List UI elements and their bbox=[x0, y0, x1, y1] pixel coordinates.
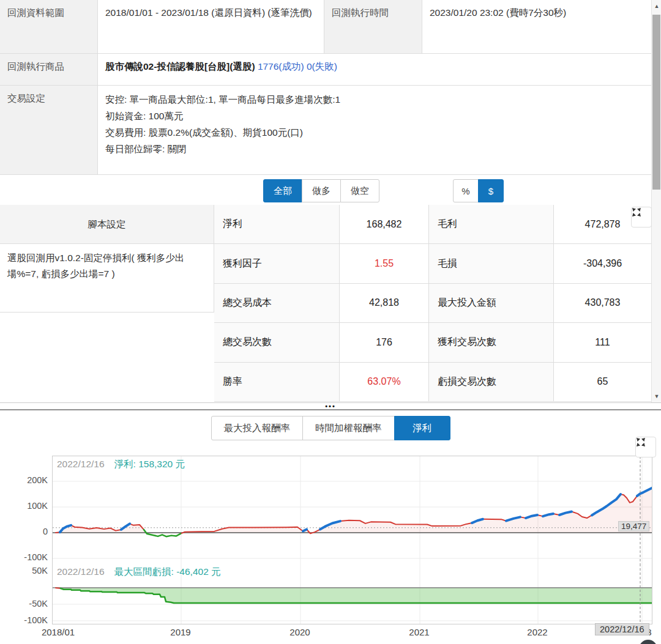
stats-area: 腳本設定 選股回測用v1.0.2-固定停損利( 獲利多少出場%=7, 虧損多少出… bbox=[0, 205, 651, 402]
y-tick-label: -100K bbox=[0, 615, 48, 625]
x-tick-label: 2022 bbox=[527, 627, 547, 637]
filter-bar: 全部做多做空 %$ bbox=[0, 179, 651, 204]
info-value-trade-settings: 安控: 單一商品最大部位:1, 單一商品每日最多進場次數:1初始資金: 100萬… bbox=[98, 86, 651, 175]
stat-value: 65 bbox=[554, 363, 651, 402]
scroll-up-icon[interactable]: ▲ bbox=[652, 1, 661, 11]
stat-value: 63.07% bbox=[340, 363, 429, 402]
direction-tab-group: 全部做多做空 bbox=[263, 179, 379, 202]
scrollbar-thumb[interactable] bbox=[652, 15, 660, 190]
product-result-link[interactable]: 1776(成功) 0(失敗) bbox=[258, 61, 337, 72]
chart-tab[interactable]: 最大投入報酬率 bbox=[211, 416, 304, 440]
net-profit-chart[interactable]: 2022/12/16淨利: 158,320 元 bbox=[52, 456, 652, 565]
direction-tab[interactable]: 做空 bbox=[340, 179, 379, 202]
product-name: 股市傳說02-投信認養股[台股](選股) bbox=[105, 61, 255, 72]
script-panel: 腳本設定 選股回測用v1.0.2-固定停損利( 獲利多少出場%=7, 虧損多少出… bbox=[0, 205, 214, 313]
stat-value: 430,783 bbox=[554, 284, 651, 323]
crosshair-y-value: 19,477 bbox=[618, 521, 649, 531]
stat-label: 毛利 bbox=[429, 205, 554, 244]
backtest-info-table: 回測資料範圍 2018/01/01 - 2023/01/18 (還原日資料) (… bbox=[0, 0, 651, 175]
trade-setting-line: 安控: 單一商品最大部位:1, 單一商品每日最多進場次數:1 bbox=[105, 91, 644, 108]
stat-value: -304,396 bbox=[554, 244, 651, 283]
divider-drag-handle[interactable]: ••• bbox=[325, 403, 336, 410]
stat-label: 毛損 bbox=[429, 244, 554, 283]
info-label-data-range: 回測資料範圍 bbox=[0, 0, 98, 54]
stat-label: 獲利因子 bbox=[214, 244, 340, 283]
stat-label: 虧損交易次數 bbox=[429, 363, 554, 402]
stat-value: 42,818 bbox=[340, 284, 429, 323]
stat-value: 176 bbox=[340, 323, 429, 362]
pane-divider: ••• bbox=[0, 402, 661, 410]
chart1-tooltip: 2022/12/16淨利: 158,320 元 bbox=[57, 458, 185, 471]
x-tick-label: 2020 bbox=[289, 627, 310, 637]
info-value-data-range: 2018/01/01 - 2023/01/18 (還原日資料) (逐筆洗價) bbox=[98, 0, 324, 54]
stat-label: 獲利交易次數 bbox=[429, 323, 554, 362]
stat-label: 總交易成本 bbox=[214, 284, 340, 323]
stat-value: 111 bbox=[554, 323, 651, 362]
tooltip-value: 淨利: 158,320 元 bbox=[114, 459, 185, 469]
top-pane-scrollbar[interactable]: ▲ ▼ bbox=[651, 0, 661, 402]
info-value-product: 股市傳說02-投信認養股[台股](選股) 1776(成功) 0(失敗) bbox=[98, 54, 651, 86]
x-axis: 2018/0120192020202120222023 bbox=[0, 625, 661, 641]
stat-label: 總交易次數 bbox=[214, 323, 340, 362]
trade-setting-line: 初始資金: 100萬元 bbox=[105, 108, 644, 124]
trade-setting-line: 每日部位歸零: 關閉 bbox=[105, 141, 644, 157]
y-tick-label: 200K bbox=[0, 475, 48, 485]
x-tick-label: 2021 bbox=[409, 627, 429, 637]
stat-label: 最大投入金額 bbox=[429, 284, 554, 323]
stats-expand-button[interactable] bbox=[631, 207, 652, 228]
info-label-trade-settings: 交易設定 bbox=[0, 86, 98, 175]
chart-expand-button[interactable] bbox=[635, 437, 656, 457]
script-panel-body: 選股回測用v1.0.2-固定停損利( 獲利多少出場%=7, 虧損多少出場=7 ) bbox=[0, 244, 214, 313]
max-drawdown-chart[interactable]: 2022/12/16最大區間虧損: -46,402 元 bbox=[52, 564, 652, 624]
info-label-run-time: 回測執行時間 bbox=[324, 0, 422, 54]
unit-tab[interactable]: % bbox=[453, 179, 479, 202]
stat-value: 168,482 bbox=[340, 205, 429, 244]
crosshair-date-label: 2022/12/16 bbox=[595, 623, 649, 635]
unit-tab[interactable]: $ bbox=[478, 179, 504, 202]
stats-table: 淨利168,482毛利472,878獲利因子1.55毛損-304,396總交易成… bbox=[214, 205, 651, 402]
y-tick-label: 0 bbox=[0, 527, 48, 536]
tooltip-date: 2022/12/16 bbox=[57, 459, 105, 469]
y-tick-label: 100K bbox=[0, 501, 48, 511]
x-tick-label: 2018/01 bbox=[42, 627, 75, 637]
direction-tab[interactable]: 全部 bbox=[263, 179, 302, 202]
y-tick-label: 50K bbox=[0, 566, 48, 576]
scroll-down-icon[interactable]: ▼ bbox=[652, 391, 661, 401]
chart-tab[interactable]: 時間加權報酬率 bbox=[302, 416, 395, 440]
info-value-run-time: 2023/01/20 23:02 (費時7分30秒) bbox=[422, 0, 651, 54]
chart2-tooltip: 2022/12/16最大區間虧損: -46,402 元 bbox=[57, 566, 221, 579]
chart-tab-group: 最大投入報酬率時間加權報酬率淨利 bbox=[0, 416, 661, 440]
unit-toggle-group: %$ bbox=[453, 179, 504, 202]
y-tick-label: -100K bbox=[0, 552, 48, 562]
stat-label: 淨利 bbox=[214, 205, 340, 244]
y-tick-label: -50K bbox=[0, 599, 48, 609]
trade-setting-line: 交易費用: 股票0.2%(成交金額)、期貨100元(口) bbox=[105, 124, 644, 141]
tooltip-date: 2022/12/16 bbox=[57, 566, 105, 577]
tooltip-value: 最大區間虧損: -46,402 元 bbox=[114, 566, 221, 577]
chart-tab[interactable]: 淨利 bbox=[394, 416, 450, 440]
stat-value: 1.55 bbox=[340, 244, 429, 283]
stat-label: 勝率 bbox=[214, 363, 340, 402]
script-panel-header: 腳本設定 bbox=[0, 205, 214, 244]
direction-tab[interactable]: 做多 bbox=[302, 179, 341, 202]
x-tick-label: 2019 bbox=[170, 627, 190, 637]
info-label-product: 回測執行商品 bbox=[0, 54, 98, 86]
